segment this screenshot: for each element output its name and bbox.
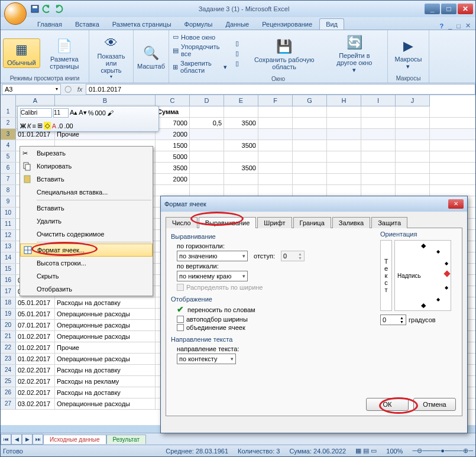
- ok-button[interactable]: ОК: [366, 398, 409, 411]
- col-header-B[interactable]: B: [55, 95, 156, 106]
- cell[interactable]: [293, 140, 327, 151]
- fontsize-combo[interactable]: [53, 108, 69, 118]
- show-hide-button[interactable]: 👁Показать или скрыть▾: [92, 32, 131, 81]
- office-button[interactable]: [4, 2, 27, 25]
- row-header[interactable]: 17: [1, 286, 16, 297]
- tab-home[interactable]: Главная: [31, 19, 68, 30]
- cell[interactable]: [396, 129, 430, 140]
- cell[interactable]: [327, 185, 361, 196]
- row-header[interactable]: 14: [1, 252, 16, 263]
- cell[interactable]: [258, 118, 293, 128]
- cell[interactable]: Операционные расходы: [55, 354, 156, 364]
- ctx-insert[interactable]: Вставить: [20, 202, 153, 215]
- maximize-button[interactable]: □: [441, 4, 456, 14]
- cell[interactable]: [258, 163, 293, 173]
- format-painter-icon[interactable]: 🖌: [107, 109, 114, 116]
- cell[interactable]: Расходы на доставку: [55, 365, 156, 375]
- row-header[interactable]: 15: [1, 264, 16, 274]
- unhide-button[interactable]: ▯: [234, 59, 240, 68]
- decrease-decimal-icon[interactable]: .0: [57, 122, 63, 129]
- row-header[interactable]: 2: [1, 118, 16, 128]
- cell[interactable]: [396, 118, 430, 128]
- cell[interactable]: [190, 174, 224, 184]
- cell[interactable]: [396, 151, 430, 162]
- cell[interactable]: [258, 185, 293, 196]
- vertical-text-button[interactable]: Текст: [380, 240, 392, 311]
- border-icon[interactable]: ⊞: [37, 122, 43, 129]
- row-header[interactable]: 11: [1, 219, 16, 229]
- row-header[interactable]: 22: [1, 342, 16, 353]
- ctx-paste-special[interactable]: Специальная вставка...: [20, 186, 153, 199]
- cell[interactable]: [327, 174, 361, 184]
- save-icon[interactable]: [30, 4, 40, 14]
- name-box[interactable]: A3▾: [2, 84, 61, 95]
- grow-font-icon[interactable]: A▴: [70, 109, 77, 116]
- cell[interactable]: 7000: [156, 118, 190, 128]
- cell[interactable]: [293, 106, 327, 117]
- help-icon[interactable]: ?: [439, 22, 443, 30]
- tab-review[interactable]: Рецензирование: [256, 19, 318, 30]
- percent-icon[interactable]: %: [88, 109, 94, 116]
- dlg-tab-font[interactable]: Шрифт: [257, 217, 292, 228]
- row-header[interactable]: 25: [1, 376, 16, 387]
- row-header[interactable]: 10: [1, 208, 16, 218]
- orientation-dial[interactable]: Надпись ◆ ◆ ◆ ◆ ◆ ◆: [394, 240, 451, 311]
- ctx-copy[interactable]: Копировать: [20, 160, 153, 173]
- cell[interactable]: Расходы на рекламу: [55, 376, 156, 387]
- cell[interactable]: Сумма: [156, 106, 190, 117]
- save-workspace-button[interactable]: 💾Сохранить рабочую область: [247, 35, 322, 72]
- formula-bar[interactable]: 01.01.2017: [86, 84, 475, 95]
- vertical-align-select[interactable]: по нижнему краю▾: [177, 271, 248, 281]
- cell[interactable]: [327, 129, 361, 140]
- macros-button[interactable]: ▶Макросы ▾: [391, 35, 426, 72]
- cell[interactable]: Операционные расходы: [55, 309, 156, 319]
- cell[interactable]: 01.02.2017: [16, 331, 55, 342]
- dialog-titlebar[interactable]: Формат ячеек ✕: [161, 196, 467, 212]
- cell[interactable]: [190, 151, 224, 162]
- sheet-tab-result[interactable]: Результат: [106, 435, 146, 444]
- dlg-tab-alignment[interactable]: Выравнивание: [199, 217, 257, 228]
- row-header[interactable]: 1: [1, 106, 16, 117]
- close-button[interactable]: ✕: [458, 4, 473, 14]
- cell[interactable]: Операционные расходы: [55, 398, 156, 409]
- new-window-button[interactable]: ▭Новое окно: [171, 33, 228, 41]
- cell[interactable]: Операционные расходы: [55, 320, 156, 330]
- cell[interactable]: 2000: [156, 129, 190, 140]
- ctx-delete[interactable]: Удалить: [20, 215, 153, 228]
- col-header-D[interactable]: D: [190, 95, 224, 106]
- ctx-paste[interactable]: Вставить: [20, 173, 153, 186]
- sheet-nav-last[interactable]: ⏭: [33, 434, 43, 445]
- cell[interactable]: 05.01.2017: [16, 297, 55, 308]
- freeze-panes-button[interactable]: ⊞Закрепить области ▾: [171, 59, 228, 74]
- cell[interactable]: 5000: [156, 151, 190, 162]
- cell[interactable]: [361, 129, 396, 140]
- cell[interactable]: [190, 129, 224, 140]
- row-header[interactable]: 24: [1, 365, 16, 375]
- zoom-slider[interactable]: ─⊖────●────⊕─: [412, 447, 473, 455]
- cell[interactable]: 02.02.2017: [16, 376, 55, 387]
- cell[interactable]: [258, 140, 293, 151]
- switch-windows-button[interactable]: 🔄Перейти в другое окно ▾: [324, 31, 385, 76]
- dlg-tab-protection[interactable]: Защита: [371, 217, 407, 228]
- row-header[interactable]: 27: [1, 398, 16, 409]
- horizontal-align-select[interactable]: по значению▾: [177, 251, 248, 261]
- row-header[interactable]: 5: [1, 151, 16, 162]
- cell[interactable]: 01.02.2017: [16, 354, 55, 364]
- cell[interactable]: Прочие: [55, 342, 156, 353]
- undo-icon[interactable]: [42, 4, 51, 14]
- cell[interactable]: [361, 174, 396, 184]
- cell[interactable]: [258, 174, 293, 184]
- cell[interactable]: [396, 140, 430, 151]
- tab-pagelayout[interactable]: Разметка страницы: [106, 19, 177, 30]
- row-header[interactable]: 8: [1, 185, 16, 196]
- row-header[interactable]: 9: [1, 196, 16, 207]
- cell[interactable]: 07.01.2017: [16, 320, 55, 330]
- mdi-minimize-icon[interactable]: _: [448, 22, 452, 30]
- text-direction-select[interactable]: по контексту▾: [177, 354, 236, 364]
- cell[interactable]: 1500: [156, 140, 190, 151]
- cell[interactable]: [190, 185, 224, 196]
- cell[interactable]: [327, 140, 361, 151]
- cell[interactable]: [293, 129, 327, 140]
- row-header[interactable]: 16: [1, 275, 16, 286]
- cell[interactable]: [327, 118, 361, 128]
